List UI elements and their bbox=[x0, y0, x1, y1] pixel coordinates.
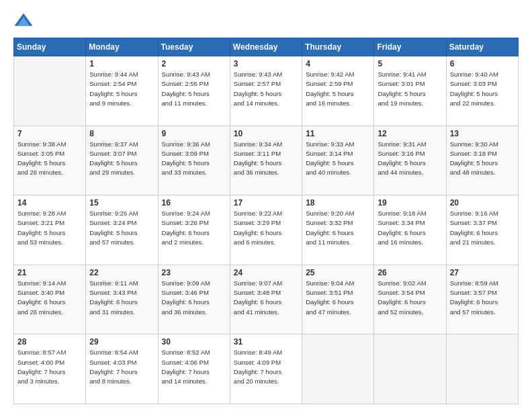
day-info: Sunrise: 9:31 AM Sunset: 3:16 PM Dayligh… bbox=[378, 140, 442, 178]
day-number: 21 bbox=[17, 268, 82, 277]
day-info: Sunrise: 9:18 AM Sunset: 3:34 PM Dayligh… bbox=[378, 209, 442, 247]
day-info: Sunrise: 9:38 AM Sunset: 3:05 PM Dayligh… bbox=[17, 140, 82, 178]
calendar-cell: 19Sunrise: 9:18 AM Sunset: 3:34 PM Dayli… bbox=[374, 195, 446, 265]
day-info: Sunrise: 9:28 AM Sunset: 3:21 PM Dayligh… bbox=[17, 209, 82, 247]
day-number: 18 bbox=[306, 198, 370, 208]
day-header-thursday: Thursday bbox=[302, 38, 374, 56]
day-number: 24 bbox=[234, 268, 298, 277]
day-info: Sunrise: 9:42 AM Sunset: 2:59 PM Dayligh… bbox=[306, 70, 370, 108]
day-header-sunday: Sunday bbox=[14, 38, 86, 56]
calendar-cell: 14Sunrise: 9:28 AM Sunset: 3:21 PM Dayli… bbox=[14, 195, 86, 265]
calendar-week-3: 14Sunrise: 9:28 AM Sunset: 3:21 PM Dayli… bbox=[14, 195, 519, 265]
day-info: Sunrise: 9:24 AM Sunset: 3:26 PM Dayligh… bbox=[162, 209, 226, 247]
day-number: 16 bbox=[162, 198, 226, 208]
day-info: Sunrise: 9:30 AM Sunset: 3:18 PM Dayligh… bbox=[450, 140, 515, 178]
calendar-cell: 7Sunrise: 9:38 AM Sunset: 3:05 PM Daylig… bbox=[14, 126, 86, 195]
day-number: 6 bbox=[450, 59, 515, 68]
calendar-cell: 3Sunrise: 9:43 AM Sunset: 2:57 PM Daylig… bbox=[230, 56, 302, 126]
day-info: Sunrise: 8:54 AM Sunset: 4:03 PM Dayligh… bbox=[89, 348, 154, 386]
calendar-cell: 4Sunrise: 9:42 AM Sunset: 2:59 PM Daylig… bbox=[302, 56, 374, 126]
day-number: 1 bbox=[89, 59, 154, 68]
day-info: Sunrise: 9:16 AM Sunset: 3:37 PM Dayligh… bbox=[450, 209, 515, 247]
day-info: Sunrise: 9:34 AM Sunset: 3:11 PM Dayligh… bbox=[234, 140, 298, 178]
day-number: 19 bbox=[378, 198, 442, 208]
day-number: 10 bbox=[234, 129, 298, 138]
calendar-cell: 8Sunrise: 9:37 AM Sunset: 3:07 PM Daylig… bbox=[86, 126, 158, 195]
day-number: 8 bbox=[89, 129, 154, 138]
day-number: 27 bbox=[450, 268, 515, 277]
day-info: Sunrise: 9:44 AM Sunset: 2:54 PM Dayligh… bbox=[89, 70, 154, 108]
calendar-week-2: 7Sunrise: 9:38 AM Sunset: 3:05 PM Daylig… bbox=[14, 126, 519, 195]
day-number: 2 bbox=[162, 59, 226, 68]
calendar-cell: 18Sunrise: 9:20 AM Sunset: 3:32 PM Dayli… bbox=[302, 195, 374, 265]
calendar-week-5: 28Sunrise: 8:57 AM Sunset: 4:00 PM Dayli… bbox=[14, 334, 519, 404]
day-number: 5 bbox=[378, 59, 442, 68]
calendar-cell: 10Sunrise: 9:34 AM Sunset: 3:11 PM Dayli… bbox=[230, 126, 302, 195]
day-info: Sunrise: 9:43 AM Sunset: 2:57 PM Dayligh… bbox=[234, 70, 298, 108]
day-number: 17 bbox=[234, 198, 298, 208]
day-number: 31 bbox=[234, 337, 298, 347]
calendar-week-4: 21Sunrise: 9:14 AM Sunset: 3:40 PM Dayli… bbox=[14, 265, 519, 334]
logo-icon bbox=[13, 11, 34, 31]
day-info: Sunrise: 8:59 AM Sunset: 3:57 PM Dayligh… bbox=[450, 279, 515, 317]
calendar-cell: 29Sunrise: 8:54 AM Sunset: 4:03 PM Dayli… bbox=[86, 334, 158, 404]
calendar-table: SundayMondayTuesdayWednesdayThursdayFrid… bbox=[13, 38, 519, 404]
day-info: Sunrise: 9:22 AM Sunset: 3:29 PM Dayligh… bbox=[234, 209, 298, 247]
calendar-cell bbox=[302, 334, 374, 404]
day-number: 9 bbox=[162, 129, 226, 138]
day-header-wednesday: Wednesday bbox=[230, 38, 302, 56]
day-info: Sunrise: 9:02 AM Sunset: 3:54 PM Dayligh… bbox=[378, 279, 442, 317]
day-info: Sunrise: 9:43 AM Sunset: 2:55 PM Dayligh… bbox=[162, 70, 226, 108]
calendar-cell: 17Sunrise: 9:22 AM Sunset: 3:29 PM Dayli… bbox=[230, 195, 302, 265]
logo bbox=[13, 11, 36, 31]
calendar-week-1: 1Sunrise: 9:44 AM Sunset: 2:54 PM Daylig… bbox=[14, 56, 519, 126]
calendar-cell: 30Sunrise: 8:52 AM Sunset: 4:06 PM Dayli… bbox=[158, 334, 230, 404]
calendar-cell: 26Sunrise: 9:02 AM Sunset: 3:54 PM Dayli… bbox=[374, 265, 446, 334]
day-info: Sunrise: 9:33 AM Sunset: 3:14 PM Dayligh… bbox=[306, 140, 370, 178]
day-number: 23 bbox=[162, 268, 226, 277]
day-info: Sunrise: 9:14 AM Sunset: 3:40 PM Dayligh… bbox=[17, 279, 82, 317]
day-info: Sunrise: 9:20 AM Sunset: 3:32 PM Dayligh… bbox=[306, 209, 370, 247]
calendar-cell: 5Sunrise: 9:41 AM Sunset: 3:01 PM Daylig… bbox=[374, 56, 446, 126]
day-number: 30 bbox=[162, 337, 226, 347]
calendar-cell: 20Sunrise: 9:16 AM Sunset: 3:37 PM Dayli… bbox=[446, 195, 518, 265]
day-info: Sunrise: 9:37 AM Sunset: 3:07 PM Dayligh… bbox=[89, 140, 154, 178]
calendar-cell: 6Sunrise: 9:40 AM Sunset: 3:03 PM Daylig… bbox=[446, 56, 518, 126]
day-number: 13 bbox=[450, 129, 515, 138]
calendar-cell: 22Sunrise: 9:11 AM Sunset: 3:43 PM Dayli… bbox=[86, 265, 158, 334]
day-number: 25 bbox=[306, 268, 370, 277]
day-info: Sunrise: 9:41 AM Sunset: 3:01 PM Dayligh… bbox=[378, 70, 442, 108]
day-number: 29 bbox=[89, 337, 154, 347]
day-header-friday: Friday bbox=[374, 38, 446, 56]
calendar-cell: 31Sunrise: 8:49 AM Sunset: 4:09 PM Dayli… bbox=[230, 334, 302, 404]
day-info: Sunrise: 9:04 AM Sunset: 3:51 PM Dayligh… bbox=[306, 279, 370, 317]
day-number: 11 bbox=[306, 129, 370, 138]
day-number: 20 bbox=[450, 198, 515, 208]
page: SundayMondayTuesdayWednesdayThursdayFrid… bbox=[0, 0, 532, 411]
day-number: 12 bbox=[378, 129, 442, 138]
calendar-cell: 28Sunrise: 8:57 AM Sunset: 4:00 PM Dayli… bbox=[14, 334, 86, 404]
day-info: Sunrise: 9:07 AM Sunset: 3:48 PM Dayligh… bbox=[234, 279, 298, 317]
calendar-cell: 11Sunrise: 9:33 AM Sunset: 3:14 PM Dayli… bbox=[302, 126, 374, 195]
calendar-cell: 2Sunrise: 9:43 AM Sunset: 2:55 PM Daylig… bbox=[158, 56, 230, 126]
calendar-cell bbox=[14, 56, 86, 126]
calendar-cell: 1Sunrise: 9:44 AM Sunset: 2:54 PM Daylig… bbox=[86, 56, 158, 126]
calendar-cell bbox=[374, 334, 446, 404]
day-info: Sunrise: 9:11 AM Sunset: 3:43 PM Dayligh… bbox=[89, 279, 154, 317]
day-info: Sunrise: 9:09 AM Sunset: 3:46 PM Dayligh… bbox=[162, 279, 226, 317]
calendar-cell: 21Sunrise: 9:14 AM Sunset: 3:40 PM Dayli… bbox=[14, 265, 86, 334]
calendar-cell: 24Sunrise: 9:07 AM Sunset: 3:48 PM Dayli… bbox=[230, 265, 302, 334]
calendar-cell: 23Sunrise: 9:09 AM Sunset: 3:46 PM Dayli… bbox=[158, 265, 230, 334]
calendar-cell: 25Sunrise: 9:04 AM Sunset: 3:51 PM Dayli… bbox=[302, 265, 374, 334]
day-info: Sunrise: 8:57 AM Sunset: 4:00 PM Dayligh… bbox=[17, 348, 82, 386]
day-header-saturday: Saturday bbox=[446, 38, 518, 56]
calendar-cell: 9Sunrise: 9:36 AM Sunset: 3:09 PM Daylig… bbox=[158, 126, 230, 195]
day-number: 4 bbox=[306, 59, 370, 68]
calendar-cell: 27Sunrise: 8:59 AM Sunset: 3:57 PM Dayli… bbox=[446, 265, 518, 334]
day-number: 3 bbox=[234, 59, 298, 68]
day-info: Sunrise: 8:52 AM Sunset: 4:06 PM Dayligh… bbox=[162, 348, 226, 386]
calendar-cell: 12Sunrise: 9:31 AM Sunset: 3:16 PM Dayli… bbox=[374, 126, 446, 195]
day-info: Sunrise: 9:36 AM Sunset: 3:09 PM Dayligh… bbox=[162, 140, 226, 178]
day-header-monday: Monday bbox=[86, 38, 158, 56]
day-info: Sunrise: 9:40 AM Sunset: 3:03 PM Dayligh… bbox=[450, 70, 515, 108]
